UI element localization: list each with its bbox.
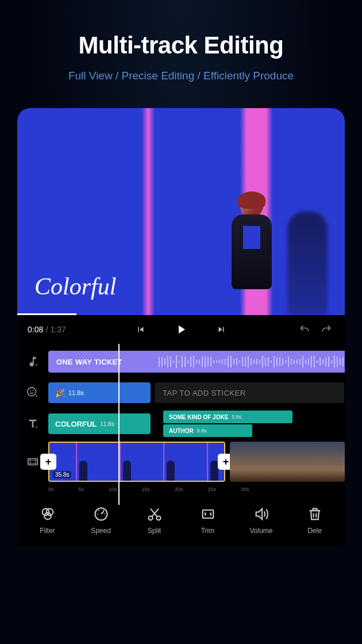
text-clip-colorful[interactable]: COLORFUL 11.8s <box>48 413 151 434</box>
timeline-tracks: + ONE WAY TICKET + 🎉 11.8s TAP TO ADD ST… <box>17 344 345 492</box>
svg-rect-6 <box>28 459 38 465</box>
bottom-toolbar: Filter Speed Split Trim Volume Dele <box>17 506 345 535</box>
svg-point-3 <box>33 390 34 391</box>
audio-title: ONE WAY TICKET <box>56 358 122 366</box>
playback-controls: 0:08 / 1:37 <box>17 315 345 344</box>
video-clip-2[interactable] <box>230 442 345 482</box>
preview-progress[interactable] <box>17 313 76 315</box>
split-button[interactable]: Split <box>128 506 181 535</box>
redo-button[interactable] <box>318 321 334 338</box>
party-icon: 🎉 <box>55 388 65 397</box>
play-button[interactable] <box>173 321 189 338</box>
hero-subtitle: Full View / Precise Editing / Efficientl… <box>0 70 362 82</box>
speed-button[interactable]: Speed <box>74 506 128 535</box>
text-clip-joke[interactable]: SOME KIND OF JOKE 5.8s <box>163 411 292 423</box>
editor-panel: Colorful 0:08 / 1:37 + <box>17 108 345 546</box>
svg-text:+: + <box>35 424 38 430</box>
filter-button[interactable]: Filter <box>21 506 74 535</box>
svg-point-9 <box>44 513 51 520</box>
text-clip-duration: 5.8s <box>232 414 241 420</box>
add-clip-before-button[interactable]: + <box>40 454 56 470</box>
sticker-icon[interactable]: + <box>17 386 48 399</box>
sticker-track-row: + 🎉 11.8s TAP TO ADD STICKER <box>17 379 345 406</box>
preview-overlay-text: Colorful <box>34 273 116 300</box>
prev-button[interactable] <box>133 321 149 338</box>
svg-point-2 <box>30 390 31 391</box>
text-clip-duration: 11.8s <box>100 421 114 427</box>
svg-text:+: + <box>35 362 38 368</box>
text-clip-label: COLORFUL <box>55 420 97 428</box>
playhead[interactable] <box>118 344 120 505</box>
svg-point-8 <box>46 509 53 516</box>
text-clip-author[interactable]: AUTHOR 5.8s <box>163 424 252 437</box>
time-ruler: 0s5s10s15s20s25s30s <box>17 486 345 492</box>
video-track-row: 35.8s + + <box>17 442 345 482</box>
svg-text:+: + <box>35 393 38 399</box>
sticker-clip[interactable]: 🎉 11.8s <box>48 382 151 403</box>
trim-button[interactable]: Trim <box>181 506 234 535</box>
audio-track-row: + ONE WAY TICKET <box>17 348 345 375</box>
text-clip-label: AUTHOR <box>169 428 194 434</box>
video-clip-selected[interactable]: 35.8s <box>48 442 225 482</box>
sticker-duration: 11.8s <box>68 389 84 396</box>
volume-button[interactable]: Volume <box>234 506 288 535</box>
video-duration: 35.8s <box>53 471 71 478</box>
music-icon[interactable]: + <box>17 355 48 368</box>
undo-button[interactable] <box>296 321 313 338</box>
text-clip-duration: 5.8s <box>197 428 207 434</box>
video-preview[interactable]: Colorful <box>17 108 345 315</box>
audio-clip[interactable]: ONE WAY TICKET <box>48 351 345 373</box>
time-current: 0:08 / 1:37 <box>28 324 66 335</box>
add-sticker-placeholder[interactable]: TAP TO ADD STICKER <box>155 382 344 403</box>
text-clip-label: SOME KIND OF JOKE <box>169 414 228 420</box>
delete-button[interactable]: Dele <box>288 506 341 535</box>
hero-title: Multi-track Editing <box>0 32 362 59</box>
text-track-row: + COLORFUL 11.8s SOME KIND OF JOKE 5.8s … <box>17 411 345 437</box>
text-icon[interactable]: + <box>17 417 48 430</box>
next-button[interactable] <box>213 321 229 338</box>
svg-rect-13 <box>202 510 213 518</box>
